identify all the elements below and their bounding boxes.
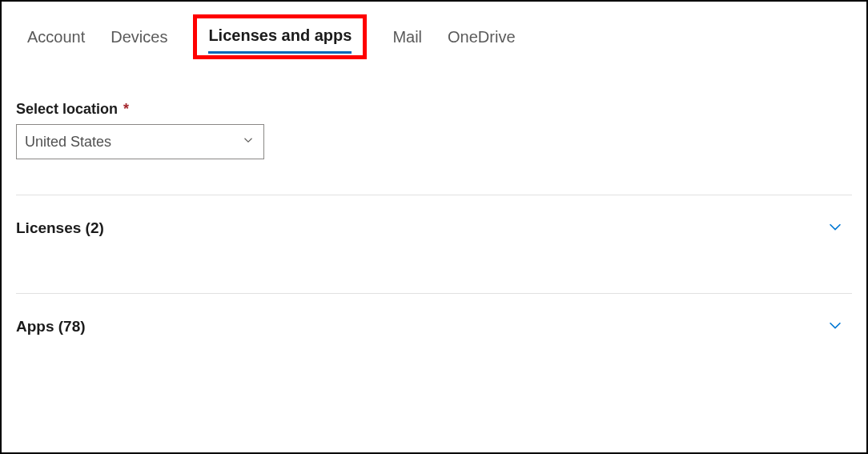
tab-account[interactable]: Account <box>27 26 85 54</box>
tab-devices[interactable]: Devices <box>111 26 167 54</box>
tab-mail[interactable]: Mail <box>392 26 422 54</box>
location-selected-value: United States <box>25 134 111 151</box>
licenses-title: Licenses (2) <box>16 219 104 237</box>
tab-active-underline <box>208 51 352 54</box>
location-label: Select location * <box>16 101 852 118</box>
chevron-down-icon <box>826 218 844 239</box>
required-asterisk: * <box>123 101 129 117</box>
tab-licenses-apps[interactable]: Licenses and apps <box>208 25 352 50</box>
chevron-down-icon <box>241 133 255 151</box>
location-label-text: Select location <box>16 101 118 117</box>
panel-container: Account Devices Licenses and apps Mail O… <box>0 0 868 454</box>
tab-licenses-apps-highlight: Licenses and apps <box>193 14 367 59</box>
apps-section[interactable]: Apps (78) <box>16 294 852 360</box>
tab-onedrive[interactable]: OneDrive <box>448 26 515 54</box>
tab-bar: Account Devices Licenses and apps Mail O… <box>2 2 866 69</box>
chevron-down-icon <box>826 316 844 337</box>
licenses-section[interactable]: Licenses (2) <box>16 195 852 261</box>
content-area: Select location * United States Licenses… <box>2 69 866 360</box>
apps-title: Apps (78) <box>16 318 86 335</box>
location-select[interactable]: United States <box>16 124 264 159</box>
